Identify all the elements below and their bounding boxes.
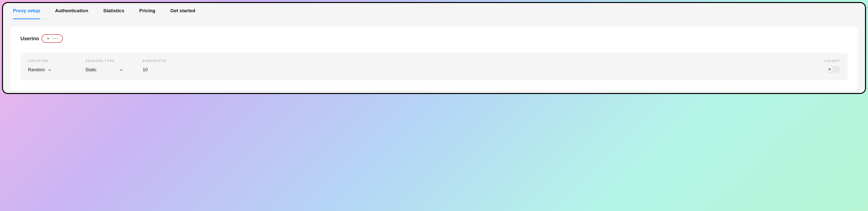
location-label: LOCATION [28,59,83,63]
chevron-down-icon[interactable] [46,37,50,40]
chevron-down-icon [120,68,123,72]
content-panel: Userino LOCATION Random [10,27,858,90]
toggle-knob-icon [827,66,833,72]
tab-get-started[interactable]: Get started [170,8,195,19]
tab-authentication[interactable]: Authentication [55,8,88,19]
config-endpoints: ENDPOINTS 10 [143,59,822,73]
session-type-dropdown[interactable]: Static [85,67,140,73]
config-session-type: SESSION TYPE Static [85,59,140,73]
session-type-value: Static [85,67,96,73]
location-value: Random [28,67,45,73]
config-location: LOCATION Random [28,59,83,73]
user-controls [41,34,63,43]
endpoints-label: ENDPOINTS [143,59,822,63]
endpoints-value: 10 [143,67,822,73]
more-options-icon[interactable] [53,38,58,39]
tab-proxy-setup[interactable]: Proxy setup [13,8,40,19]
session-type-label: SESSION TYPE [85,59,140,63]
config-panel: LOCATION Random SESSION TYPE Static [21,53,847,80]
tab-pricing[interactable]: Pricing [139,8,155,19]
config-layout: LAYOUT [824,59,840,73]
user-row: Userino [21,34,847,43]
user-name: Userino [21,36,39,42]
layout-toggle[interactable] [826,66,840,73]
layout-label: LAYOUT [824,59,840,63]
tab-statistics[interactable]: Statistics [103,8,124,19]
location-dropdown[interactable]: Random [28,67,83,73]
chevron-down-icon [48,68,51,72]
tab-bar: Proxy setup Authentication Statistics Pr… [3,3,865,19]
